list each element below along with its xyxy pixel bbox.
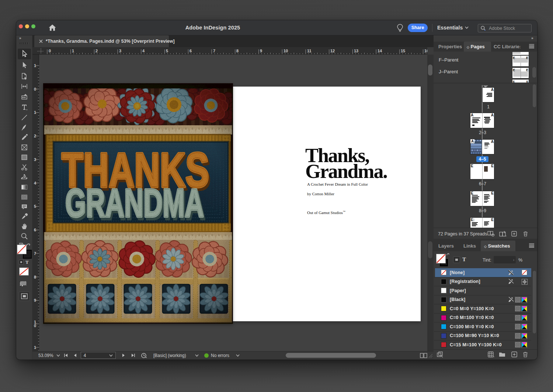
- svg-text:15: 15: [401, 49, 405, 53]
- svg-text:1: 1: [34, 345, 36, 350]
- svg-text:16: 16: [424, 49, 427, 53]
- svg-text:7: 7: [34, 251, 36, 256]
- svg-text:3: 3: [34, 157, 36, 162]
- svg-text:6: 6: [189, 49, 192, 53]
- svg-text:4: 4: [34, 181, 36, 185]
- svg-text:9: 9: [34, 298, 36, 302]
- svg-text:0: 0: [34, 87, 36, 91]
- svg-text:13: 13: [354, 49, 358, 53]
- svg-text:8: 8: [34, 275, 36, 279]
- svg-text:11: 11: [307, 49, 312, 53]
- svg-text:1: 1: [34, 63, 36, 68]
- svg-text:5: 5: [166, 49, 168, 53]
- svg-text:8: 8: [236, 49, 239, 53]
- svg-text:14: 14: [378, 49, 382, 53]
- svg-text:10: 10: [284, 49, 288, 53]
- svg-text:2: 2: [95, 49, 98, 53]
- svg-text:0: 0: [34, 323, 36, 328]
- svg-text:9: 9: [260, 49, 262, 53]
- svg-text:4: 4: [142, 49, 145, 53]
- svg-text:1: 1: [34, 110, 36, 115]
- svg-text:2: 2: [34, 134, 36, 138]
- svg-text:1: 1: [72, 49, 74, 53]
- svg-text:5: 5: [34, 204, 36, 209]
- svg-text:3: 3: [119, 49, 121, 53]
- svg-text:6: 6: [34, 228, 36, 232]
- svg-text:7: 7: [213, 49, 215, 53]
- svg-text:0: 0: [49, 49, 51, 53]
- svg-text:12: 12: [330, 49, 335, 53]
